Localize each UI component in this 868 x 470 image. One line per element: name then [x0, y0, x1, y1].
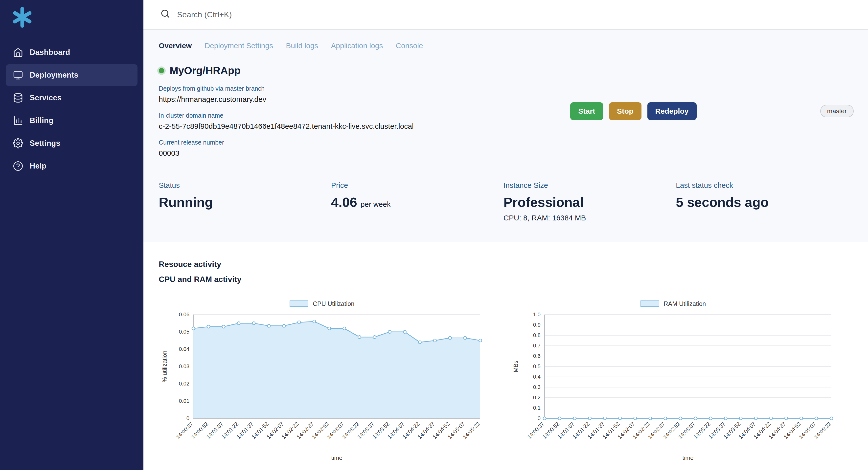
tab-application-logs[interactable]: Application logs: [331, 41, 383, 50]
svg-text:0: 0: [538, 415, 540, 421]
status-dot-icon: [159, 68, 164, 73]
svg-text:0.04: 0.04: [179, 346, 189, 352]
start-button[interactable]: Start: [570, 102, 603, 120]
legend-swatch-icon: [641, 301, 659, 307]
deploy-source-label: Deploys from github via master branch: [159, 85, 414, 92]
stat-price: Price 4.06 per week: [331, 181, 503, 222]
sidebar-item-settings[interactable]: Settings: [6, 132, 137, 154]
asterisk-logo-icon: [11, 6, 34, 29]
main-content: Overview Deployment Settings Build logs …: [144, 0, 868, 470]
svg-text:0.2: 0.2: [533, 394, 540, 401]
stop-button[interactable]: Stop: [609, 102, 642, 120]
cpu-utilization-chart: CPU Utilization 00.010.020.030.040.050.0…: [159, 299, 485, 464]
stat-value: Running: [159, 195, 213, 210]
release-number-label: Current release number: [159, 139, 414, 146]
svg-text:time: time: [331, 455, 342, 461]
legend-label: CPU Utilization: [313, 300, 354, 307]
in-cluster-domain-label: In-cluster domain name: [159, 112, 414, 119]
stat-last-check: Last status check 5 seconds ago: [676, 181, 848, 222]
stat-suffix: per week: [361, 200, 391, 208]
stats-row: Status Running Price 4.06 per week Insta…: [159, 181, 868, 222]
svg-text:0.5: 0.5: [533, 363, 540, 369]
svg-text:0: 0: [186, 415, 189, 421]
search-input[interactable]: [177, 10, 868, 19]
svg-text:0.06: 0.06: [179, 312, 189, 317]
sidebar-item-help[interactable]: Help: [6, 155, 137, 177]
svg-text:0.03: 0.03: [179, 363, 189, 369]
deployment-overview-panel: Overview Deployment Settings Build logs …: [144, 30, 868, 242]
svg-text:0.01: 0.01: [179, 398, 189, 404]
stat-value: Professional: [503, 195, 584, 210]
svg-text:0.05: 0.05: [179, 329, 189, 335]
sidebar-item-label: Billing: [30, 116, 54, 125]
sidebar-item-billing[interactable]: Billing: [6, 110, 137, 131]
legend-swatch-icon: [289, 301, 308, 307]
legend-label: RAM Utilization: [664, 300, 706, 307]
sidebar-item-label: Services: [30, 93, 62, 102]
section-subtitle: CPU and RAM activity: [159, 275, 868, 284]
stat-label: Instance Size: [503, 181, 676, 190]
gear-icon: [13, 138, 23, 148]
svg-text:0.9: 0.9: [533, 322, 540, 328]
svg-text:0.02: 0.02: [179, 380, 189, 387]
stat-label: Last status check: [676, 181, 848, 190]
cpu-chart-plot: 00.010.020.030.040.050.0614:00:3714:00:5…: [159, 312, 485, 462]
svg-text:time: time: [682, 455, 693, 461]
svg-text:1.0: 1.0: [533, 312, 540, 317]
svg-text:0.7: 0.7: [533, 342, 540, 349]
app-info: MyOrg/HRApp Deploys from github via mast…: [159, 65, 414, 158]
ram-chart-plot: 00.10.20.30.40.50.60.70.80.91.014:00:371…: [510, 312, 836, 462]
help-circle-icon: [13, 161, 23, 171]
database-icon: [13, 93, 23, 103]
stat-value: 4.06: [331, 195, 357, 210]
redeploy-button[interactable]: Redeploy: [647, 102, 696, 120]
stat-sub: CPU: 8, RAM: 16384 MB: [503, 214, 676, 222]
app-url: https://hrmanager.customary.dev: [159, 95, 414, 104]
svg-text:% utilization: % utilization: [161, 350, 168, 382]
search-bar: [144, 0, 868, 30]
sidebar-item-services[interactable]: Services: [6, 87, 137, 109]
sidebar-item-label: Settings: [30, 139, 60, 148]
home-icon: [13, 47, 23, 58]
svg-text:0.4: 0.4: [533, 374, 540, 380]
sidebar-menu: Dashboard Deployments Services Billing: [0, 41, 144, 177]
monitor-icon: [13, 70, 23, 80]
action-buttons: Start Stop Redeploy: [570, 102, 696, 120]
release-number-value: 00003: [159, 149, 414, 158]
app-title: MyOrg/HRApp: [169, 65, 241, 77]
tab-console[interactable]: Console: [396, 41, 423, 50]
cpu-chart-legend: CPU Utilization: [159, 299, 485, 309]
ram-chart-legend: RAM Utilization: [510, 299, 836, 309]
stat-label: Status: [159, 181, 331, 190]
charts-row: CPU Utilization 00.010.020.030.040.050.0…: [159, 299, 868, 464]
sidebar-item-dashboard[interactable]: Dashboard: [6, 41, 137, 63]
svg-text:0.6: 0.6: [533, 353, 540, 359]
sidebar-item-deployments[interactable]: Deployments: [6, 64, 137, 86]
sidebar-item-label: Deployments: [30, 71, 79, 79]
app-header: MyOrg/HRApp Deploys from github via mast…: [159, 65, 868, 158]
tab-deployment-settings[interactable]: Deployment Settings: [205, 41, 273, 50]
ram-utilization-chart: RAM Utilization 00.10.20.30.40.50.60.70.…: [510, 299, 836, 464]
sidebar: Dashboard Deployments Services Billing: [0, 0, 144, 470]
tab-build-logs[interactable]: Build logs: [286, 41, 318, 50]
section-title: Resouce activity: [159, 260, 868, 269]
page: Dashboard Deployments Services Billing: [0, 0, 868, 470]
bar-chart-icon: [13, 115, 23, 126]
svg-text:0.8: 0.8: [533, 332, 540, 338]
resource-activity-section: Resouce activity CPU and RAM activity CP…: [144, 242, 868, 470]
stat-instance-size: Instance Size Professional CPU: 8, RAM: …: [503, 181, 676, 222]
svg-text:0.3: 0.3: [533, 384, 540, 390]
svg-text:MBs: MBs: [513, 361, 519, 372]
branch-badge[interactable]: master: [820, 105, 854, 118]
in-cluster-domain-value: c-2-55-7c89f90db19e4870b1466e1f48ee8472.…: [159, 122, 414, 131]
svg-text:0.1: 0.1: [533, 405, 540, 411]
tab-overview[interactable]: Overview: [159, 41, 192, 50]
sidebar-item-label: Dashboard: [30, 48, 70, 57]
stat-value: 5 seconds ago: [676, 195, 769, 210]
tab-bar: Overview Deployment Settings Build logs …: [159, 41, 868, 50]
search-icon: [160, 9, 170, 21]
stat-status: Status Running: [159, 181, 331, 222]
stat-label: Price: [331, 181, 503, 190]
sidebar-item-label: Help: [30, 162, 46, 170]
